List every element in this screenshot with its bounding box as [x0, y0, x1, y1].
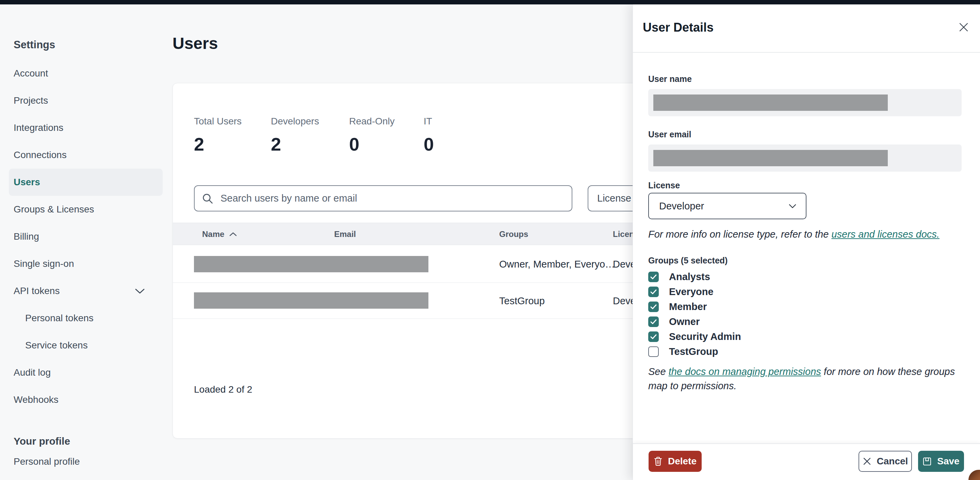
- sidebar-item-webhooks[interactable]: Webhooks: [9, 386, 163, 413]
- table-row[interactable]: Owner, Member, Everyo… Developer: [173, 245, 653, 283]
- save-button[interactable]: Save: [918, 451, 964, 472]
- row-groups-cell: TestGroup: [499, 295, 545, 307]
- users-licenses-docs-link[interactable]: users and licenses docs.: [831, 229, 940, 240]
- stat-read-only-label: Read-Only: [349, 116, 395, 127]
- checkbox-icon[interactable]: [648, 331, 659, 342]
- stat-developers-value: 2: [271, 134, 281, 155]
- user-details-panel: User Details User name User email Licens…: [633, 4, 980, 480]
- save-disk-icon: [923, 457, 932, 466]
- group-option-everyone[interactable]: Everyone: [648, 284, 818, 299]
- group-option-analysts[interactable]: Analysts: [648, 269, 818, 284]
- user-search-box: [194, 185, 572, 211]
- settings-sidebar: Settings Account Projects Integrations C…: [9, 37, 163, 475]
- redacted-user-email-bar: [653, 150, 888, 166]
- sidebar-item-single-sign-on[interactable]: Single sign-on: [9, 250, 163, 277]
- sidebar-item-api-tokens[interactable]: API tokens: [9, 277, 163, 304]
- search-input[interactable]: [220, 192, 565, 204]
- table-row[interactable]: TestGroup Developer: [173, 283, 653, 319]
- stat-it-label: IT: [424, 116, 432, 127]
- user-email-label: User email: [648, 130, 691, 139]
- sidebar-item-personal-profile[interactable]: Personal profile: [9, 448, 163, 475]
- close-icon[interactable]: [955, 18, 972, 36]
- row-groups-cell: Owner, Member, Everyo…: [499, 259, 615, 270]
- users-card: Total Users 2 Developers 2 Read-Only 0 I…: [172, 83, 653, 439]
- groups-label: Groups (5 selected): [648, 256, 727, 266]
- permissions-note: See the docs on managing permissions for…: [648, 364, 968, 393]
- redacted-user-name-bar: [653, 95, 888, 111]
- sidebar-item-audit-log[interactable]: Audit log: [9, 359, 163, 386]
- redacted-name-email-bar: [194, 256, 428, 272]
- stat-it-value: 0: [424, 134, 434, 155]
- loaded-status: Loaded 2 of 2: [194, 384, 252, 395]
- column-header-groups[interactable]: Groups: [499, 230, 528, 239]
- delete-button[interactable]: Delete: [649, 451, 702, 472]
- sidebar-item-service-tokens[interactable]: Service tokens: [9, 332, 163, 359]
- stat-total-users-label: Total Users: [194, 116, 242, 127]
- checkbox-icon[interactable]: [648, 272, 659, 282]
- group-option-member[interactable]: Member: [648, 299, 818, 314]
- license-select[interactable]: Developer: [648, 193, 807, 219]
- cancel-button[interactable]: Cancel: [859, 451, 912, 472]
- managing-permissions-docs-link[interactable]: the docs on managing permissions: [669, 366, 821, 377]
- sidebar-heading: Settings: [9, 37, 163, 53]
- column-header-email[interactable]: Email: [334, 230, 356, 239]
- user-name-field[interactable]: [648, 89, 962, 116]
- sidebar-item-integrations[interactable]: Integrations: [9, 114, 163, 141]
- page-title: Users: [172, 34, 218, 53]
- checkbox-icon[interactable]: [648, 301, 659, 312]
- group-option-owner[interactable]: Owner: [648, 314, 818, 329]
- sidebar-item-billing[interactable]: Billing: [9, 223, 163, 250]
- table-header: [173, 223, 653, 245]
- panel-title: User Details: [643, 21, 714, 35]
- column-header-name[interactable]: Name: [202, 230, 237, 239]
- stat-total-users-value: 2: [194, 134, 204, 155]
- checkbox-icon[interactable]: [648, 287, 659, 297]
- chevron-down-icon: [789, 204, 796, 208]
- checkbox-icon[interactable]: [648, 317, 659, 327]
- sort-asc-icon: [229, 232, 237, 237]
- search-icon: [202, 192, 214, 204]
- checkbox-icon[interactable]: [648, 346, 659, 357]
- group-option-testgroup[interactable]: TestGroup: [648, 344, 818, 359]
- license-label: License: [648, 181, 680, 190]
- license-note: For more info on license type, refer to …: [648, 227, 966, 241]
- chevron-down-icon: [135, 288, 145, 294]
- sidebar-item-account[interactable]: Account: [9, 60, 163, 87]
- trash-icon: [654, 456, 662, 466]
- top-bar: [0, 0, 980, 5]
- redacted-name-email-bar: [194, 292, 428, 309]
- stat-developers-label: Developers: [271, 116, 319, 127]
- group-option-security-admin[interactable]: Security Admin: [648, 329, 818, 344]
- sidebar-item-projects[interactable]: Projects: [9, 87, 163, 114]
- sidebar-item-users[interactable]: Users: [9, 169, 163, 196]
- sidebar-profile-heading: Your profile: [9, 434, 163, 448]
- stat-read-only-value: 0: [349, 134, 360, 155]
- user-name-label: User name: [648, 74, 692, 84]
- x-icon: [862, 457, 872, 466]
- user-email-field[interactable]: [648, 144, 962, 172]
- users-settings-screen: Settings Account Projects Integrations C…: [0, 0, 980, 480]
- sidebar-item-groups-licenses[interactable]: Groups & Licenses: [9, 196, 163, 223]
- sidebar-item-personal-tokens[interactable]: Personal tokens: [9, 304, 163, 332]
- sidebar-item-connections[interactable]: Connections: [9, 141, 163, 169]
